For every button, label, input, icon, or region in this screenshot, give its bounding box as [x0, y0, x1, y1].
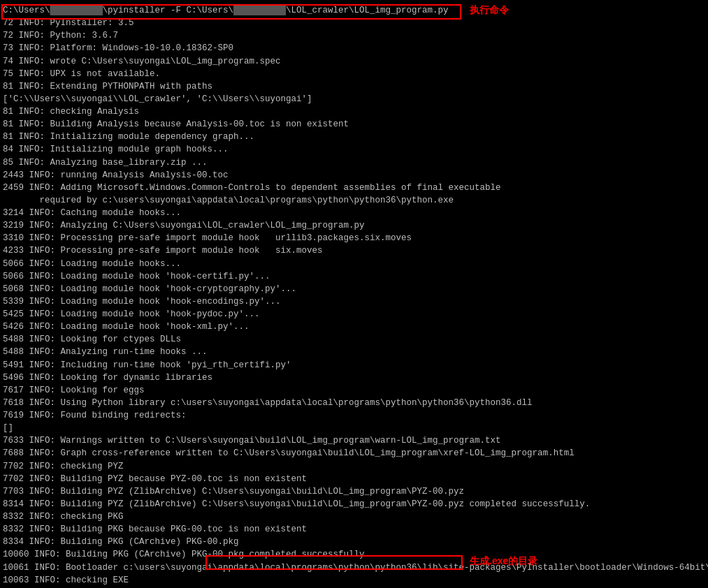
- terminal-line: 7688 INFO: Graph cross-reference written…: [3, 447, 705, 460]
- terminal-line: 81 INFO: Extending PYTHONPATH with paths: [3, 80, 705, 93]
- terminal-line: 7633 INFO: Warnings written to C:\Users\…: [3, 434, 705, 447]
- terminal-line: 10063 INFO: checking EXE: [3, 574, 705, 587]
- terminal-line: 5066 INFO: Loading module hooks...: [3, 258, 705, 270]
- terminal-line: 3214 INFO: Caching module hooks...: [3, 207, 705, 219]
- terminal-line: 5068 INFO: Loading module hook 'hook-cry…: [3, 283, 705, 295]
- terminal-line: 8332 INFO: checking PKG: [3, 510, 705, 523]
- terminal-line: 7619 INFO: Found binding redirects:: [3, 409, 705, 422]
- terminal-line: 72 INFO: Python: 3.6.7: [3, 29, 705, 42]
- terminal-line: 81 INFO: Building Analysis because Analy…: [3, 118, 705, 131]
- terminal-line: 5339 INFO: Loading module hook 'hook-enc…: [3, 295, 705, 308]
- terminal-line: 10060 INFO: Building PKG (CArchive) PKG-…: [3, 548, 705, 561]
- terminal-line: []: [3, 422, 705, 434]
- terminal-line: required by c:\users\suyongai\appdata\lo…: [3, 194, 705, 207]
- terminal-line: 81 INFO: Initializing module dependency …: [3, 131, 705, 143]
- terminal-line: 81 INFO: checking Analysis: [3, 105, 705, 118]
- terminal-line: 5426 INFO: Loading module hook 'hook-xml…: [3, 321, 705, 333]
- terminal-line: 10061 INFO: Bootloader c:\users\suyongai…: [3, 561, 705, 574]
- terminal-line: 5488 INFO: Analyzing run-time hooks ...: [3, 346, 705, 358]
- terminal-line: 7702 INFO: checking PYZ: [3, 460, 705, 473]
- terminal-line: 5488 INFO: Looking for ctypes DLLs: [3, 333, 705, 346]
- terminal-line: 5066 INFO: Loading module hook 'hook-cer…: [3, 270, 705, 283]
- output-dir-label: 生成.exe的目录: [470, 555, 537, 568]
- terminal-line: 5496 INFO: Looking for dynamic libraries: [3, 372, 705, 384]
- terminal-line: 84 INFO: Initializing module graph hooks…: [3, 143, 705, 156]
- terminal-line: 7617 INFO: Looking for eggs: [3, 384, 705, 397]
- terminal-line: 85 INFO: Analyzing base_library.zip ...: [3, 156, 705, 169]
- terminal-line: 72 INFO: PyInstaller: 3.5: [3, 17, 705, 29]
- terminal-line: 2443 INFO: running Analysis Analysis-00.…: [3, 169, 705, 182]
- terminal-line: 3219 INFO: Analyzing C:\Users\suyongai\L…: [3, 219, 705, 232]
- terminal-line: 7703 INFO: Building PYZ (ZlibArchive) C:…: [3, 485, 705, 498]
- terminal-line: 75 INFO: UPX is not available.: [3, 68, 705, 80]
- terminal-line: 8314 INFO: Building PYZ (ZlibArchive) C:…: [3, 498, 705, 510]
- terminal-line: 7702 INFO: Building PYZ because PYZ-00.t…: [3, 473, 705, 485]
- execute-command-label: 执行命令: [470, 4, 509, 17]
- terminal-line: 5491 INFO: Including run-time hook 'pyi_…: [3, 359, 705, 372]
- terminal-line: 74 INFO: wrote C:\Users\suyongai\LOL_img…: [3, 55, 705, 68]
- terminal-line: 2459 INFO: Adding Microsoft.Windows.Comm…: [3, 182, 705, 194]
- terminal-line: C:\Users\██████████\pyinstaller -F C:\Us…: [3, 4, 705, 17]
- terminal-line: 73 INFO: Platform: Windows-10-10.0.18362…: [3, 42, 705, 54]
- terminal-line: 4233 INFO: Processing pre-safe import mo…: [3, 244, 705, 257]
- terminal-line: 5425 INFO: Loading module hook 'hook-pyd…: [3, 308, 705, 321]
- terminal-window: C:\Users\██████████\pyinstaller -F C:\Us…: [0, 0, 708, 588]
- terminal-line: 8332 INFO: Building PKG because PKG-00.t…: [3, 523, 705, 536]
- terminal-line: ['C:\\Users\\suyongai\\LOL_crawler', 'C:…: [3, 93, 705, 105]
- terminal-line: 8334 INFO: Building PKG (CArchive) PKG-0…: [3, 536, 705, 548]
- terminal-line: 3310 INFO: Processing pre-safe import mo…: [3, 232, 705, 244]
- terminal-line: 7618 INFO: Using Python library c:\users…: [3, 397, 705, 409]
